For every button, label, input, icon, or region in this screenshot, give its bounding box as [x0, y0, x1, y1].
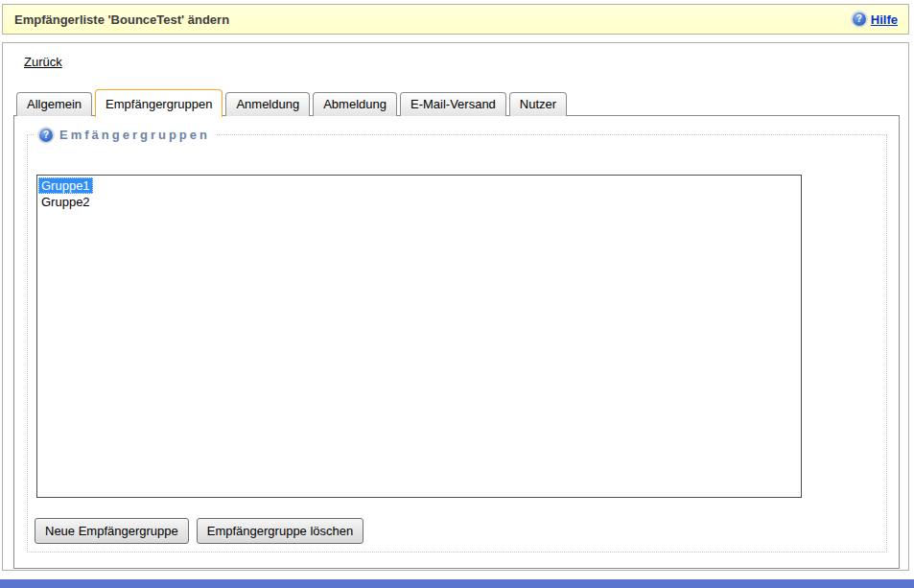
button-row: Neue Empfängergruppe Empfängergruppe lös… — [35, 518, 363, 544]
tab-nutzer[interactable]: Nutzer — [509, 92, 567, 116]
group-option-gruppe2[interactable]: Gruppe2 — [38, 194, 801, 210]
legend-help-icon[interactable]: ? — [39, 129, 53, 142]
tab-panel: ? Emfängergruppen Gruppe1Gruppe2 Neue Em… — [13, 115, 900, 569]
delete-group-button[interactable]: Empfängergruppe löschen — [197, 518, 364, 544]
tab-abmeldung[interactable]: Abmeldung — [313, 92, 397, 116]
tab-allgemein[interactable]: Allgemein — [16, 92, 92, 116]
back-link[interactable]: Zurück — [24, 55, 62, 69]
fieldset-legend: ? Emfängergruppen — [34, 128, 216, 142]
new-group-button[interactable]: Neue Empfängergruppe — [35, 518, 189, 544]
footer-bar — [0, 579, 914, 588]
title-bar: Empfängerliste 'BounceTest' ändern ? Hil… — [2, 4, 909, 35]
tab-anmeldung[interactable]: Anmeldung — [225, 92, 310, 116]
help-icon[interactable]: ? — [853, 12, 866, 26]
tab-empf-ngergruppen[interactable]: Empfängergruppen — [95, 89, 223, 117]
legend-title: Emfängergruppen — [59, 128, 210, 142]
group-option-label: Gruppe1 — [38, 177, 93, 194]
group-option-gruppe1[interactable]: Gruppe1 — [38, 177, 801, 194]
tab-bar: AllgemeinEmpfängergruppenAnmeldungAbmeld… — [16, 88, 567, 116]
group-option-label: Gruppe2 — [38, 194, 93, 210]
recipient-groups-fieldset: ? Emfängergruppen Gruppe1Gruppe2 — [27, 128, 887, 553]
help-block[interactable]: ? Hilfe — [853, 12, 898, 27]
help-link[interactable]: Hilfe — [871, 12, 898, 27]
page-title: Empfängerliste 'BounceTest' ändern — [14, 12, 229, 27]
group-listbox[interactable]: Gruppe1Gruppe2 — [36, 175, 802, 498]
tab-e-mail-versand[interactable]: E-Mail-Versand — [400, 92, 506, 116]
